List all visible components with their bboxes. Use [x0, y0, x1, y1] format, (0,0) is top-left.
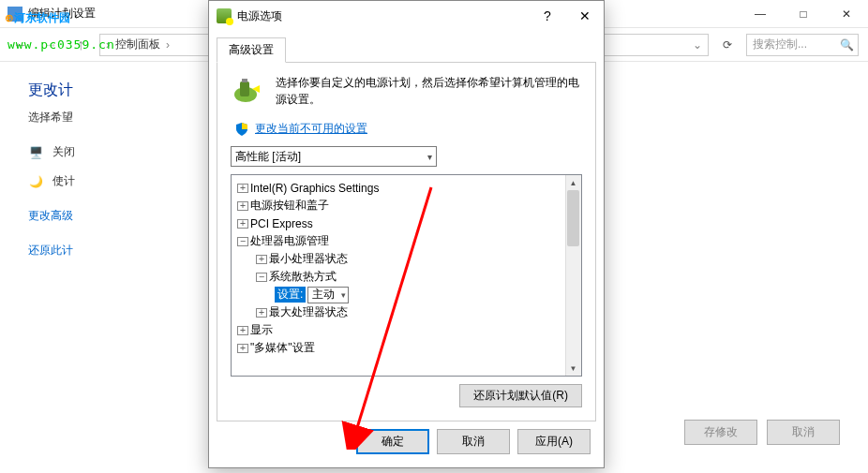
cooling-setting-combo[interactable]: 主动: [307, 287, 349, 303]
refresh-button[interactable]: ⟳: [716, 34, 739, 56]
search-icon: 🔍: [840, 38, 854, 52]
dialog-titlebar[interactable]: 电源选项 ? ✕: [209, 1, 604, 31]
dialog-content: 选择你要自定义的电源计划，然后选择你希望计算机管理的电源设置。 更改当前不可用的…: [217, 62, 596, 421]
restore-defaults-button[interactable]: 还原计划默认值(R): [459, 384, 582, 407]
svg-rect-1: [240, 81, 249, 96]
cancel-button[interactable]: 取消: [437, 429, 510, 454]
minimize-button[interactable]: —: [739, 0, 782, 28]
breadcrumb-dropdown-icon[interactable]: ⌄: [693, 38, 702, 52]
parent-cancel-button[interactable]: 取消: [767, 420, 840, 445]
ok-button[interactable]: 确定: [356, 429, 429, 454]
power-plan-value: 高性能 [活动]: [235, 149, 301, 165]
change-unavailable-link[interactable]: 更改当前不可用的设置: [255, 121, 367, 137]
setting-sleep-label: 使计: [52, 173, 75, 189]
tree-node-cooling-setting[interactable]: 设置: 主动: [235, 286, 577, 303]
tree-node-buttons-lid[interactable]: +电源按钮和盖子: [235, 197, 577, 214]
tree-node-graphics[interactable]: +Intel(R) Graphics Settings: [235, 179, 577, 197]
tree-node-display[interactable]: +显示: [235, 321, 577, 339]
maximize-button[interactable]: □: [782, 0, 825, 28]
power-options-dialog: 电源选项 ? ✕ 高级设置 选择你要自定义的电源计划，然后选择你希望计算机管理的…: [208, 0, 605, 468]
shield-icon: [234, 122, 249, 137]
settings-tree[interactable]: +Intel(R) Graphics Settings +电源按钮和盖子 +PC…: [231, 174, 582, 377]
site-url: www.pc0359.cn: [7, 37, 115, 52]
tree-node-cpu-power[interactable]: −处理器电源管理: [235, 232, 577, 250]
tree-node-cooling[interactable]: −系统散热方式: [235, 268, 577, 286]
search-placeholder: 搜索控制...: [753, 37, 807, 52]
power-plan-combo[interactable]: 高性能 [活动]: [231, 146, 437, 167]
tab-advanced[interactable]: 高级设置: [217, 37, 286, 63]
scroll-down-icon[interactable]: ▼: [565, 361, 581, 376]
close-button[interactable]: ✕: [825, 0, 868, 28]
help-button[interactable]: ?: [529, 1, 566, 31]
apply-button[interactable]: 应用(A): [517, 429, 591, 454]
tree-node-min-cpu[interactable]: +最小处理器状态: [235, 250, 577, 268]
monitor-icon: 🖥️: [28, 145, 43, 160]
site-watermark: ⊕河东软件园: [5, 5, 70, 26]
battery-icon: [217, 8, 232, 23]
dialog-title: 电源选项: [237, 8, 282, 24]
scroll-thumb[interactable]: [567, 190, 579, 246]
dialog-description: 选择你要自定义的电源计划，然后选择你希望计算机管理的电源设置。: [276, 74, 582, 108]
moon-icon: 🌙: [28, 174, 43, 189]
battery-large-icon: [231, 74, 264, 108]
cooling-setting-label: 设置:: [275, 287, 306, 303]
setting-display-label: 关闭: [52, 144, 75, 160]
breadcrumb-item[interactable]: 控制面板: [115, 37, 160, 52]
tree-node-pci[interactable]: +PCI Express: [235, 214, 577, 232]
tree-node-multimedia[interactable]: +"多媒体"设置: [235, 339, 577, 357]
dialog-close-button[interactable]: ✕: [566, 1, 604, 31]
parent-save-button[interactable]: 存修改: [684, 420, 757, 445]
tree-node-max-cpu[interactable]: +最大处理器状态: [235, 303, 577, 321]
search-input[interactable]: 搜索控制... 🔍: [746, 34, 859, 56]
tree-scrollbar[interactable]: ▲ ▼: [565, 175, 581, 376]
scroll-up-icon[interactable]: ▲: [565, 175, 581, 190]
svg-rect-2: [242, 79, 247, 82]
